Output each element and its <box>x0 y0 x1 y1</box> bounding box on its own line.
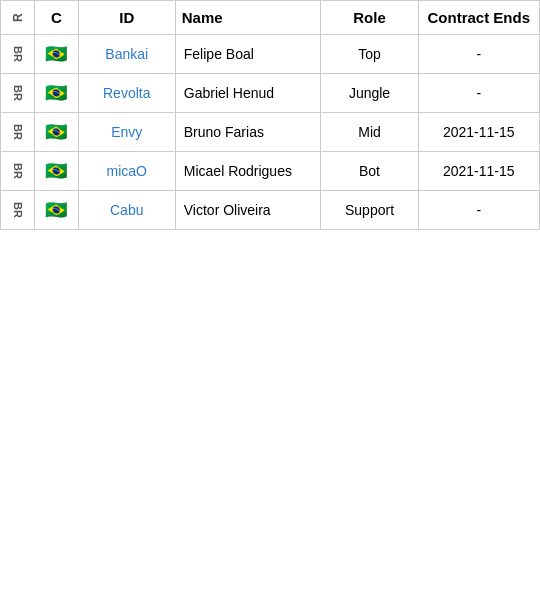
region-label: BR <box>11 85 23 101</box>
player-id-value[interactable]: Envy <box>111 124 142 140</box>
cell-name: Micael Rodrigues <box>175 152 321 191</box>
flag-icon: 🇧🇷 <box>45 161 67 181</box>
players-table: R C ID Name Role Contract Ends BR🇧🇷Banka… <box>0 0 540 230</box>
table-row: BR🇧🇷BankaiFelipe BoalTop- <box>1 35 540 74</box>
cell-country: 🇧🇷 <box>34 152 78 191</box>
table-row: BR🇧🇷micaOMicael RodriguesBot2021-11-15 <box>1 152 540 191</box>
cell-id: micaO <box>78 152 175 191</box>
header-region: R <box>1 1 35 35</box>
cell-name: Gabriel Henud <box>175 74 321 113</box>
cell-name: Felipe Boal <box>175 35 321 74</box>
flag-icon: 🇧🇷 <box>45 44 67 64</box>
cell-contract: - <box>418 74 539 113</box>
cell-name: Bruno Farias <box>175 113 321 152</box>
header-id: ID <box>78 1 175 35</box>
cell-role: Top <box>321 35 418 74</box>
cell-country: 🇧🇷 <box>34 74 78 113</box>
cell-region: BR <box>1 152 35 191</box>
cell-name: Victor Oliveira <box>175 191 321 230</box>
region-label: BR <box>11 46 23 62</box>
header-name: Name <box>175 1 321 35</box>
cell-country: 🇧🇷 <box>34 35 78 74</box>
cell-role: Mid <box>321 113 418 152</box>
cell-role: Jungle <box>321 74 418 113</box>
cell-role: Support <box>321 191 418 230</box>
cell-country: 🇧🇷 <box>34 191 78 230</box>
player-id-value[interactable]: micaO <box>107 163 147 179</box>
cell-contract: - <box>418 35 539 74</box>
cell-region: BR <box>1 74 35 113</box>
player-id-value[interactable]: Revolta <box>103 85 150 101</box>
header-country: C <box>34 1 78 35</box>
cell-region: BR <box>1 191 35 230</box>
player-id-value[interactable]: Cabu <box>110 202 143 218</box>
flag-icon: 🇧🇷 <box>45 83 67 103</box>
cell-contract: 2021-11-15 <box>418 152 539 191</box>
cell-region: BR <box>1 113 35 152</box>
region-label: BR <box>11 202 23 218</box>
cell-contract: 2021-11-15 <box>418 113 539 152</box>
cell-id: Cabu <box>78 191 175 230</box>
flag-icon: 🇧🇷 <box>45 122 67 142</box>
cell-region: BR <box>1 35 35 74</box>
cell-contract: - <box>418 191 539 230</box>
header-contract: Contract Ends <box>418 1 539 35</box>
player-id-value[interactable]: Bankai <box>105 46 148 62</box>
table-row: BR🇧🇷EnvyBruno FariasMid2021-11-15 <box>1 113 540 152</box>
table-row: BR🇧🇷RevoltaGabriel HenudJungle- <box>1 74 540 113</box>
region-label: BR <box>11 163 23 179</box>
cell-country: 🇧🇷 <box>34 113 78 152</box>
cell-id: Bankai <box>78 35 175 74</box>
cell-role: Bot <box>321 152 418 191</box>
flag-icon: 🇧🇷 <box>45 200 67 220</box>
region-label: BR <box>11 124 23 140</box>
cell-id: Envy <box>78 113 175 152</box>
table-row: BR🇧🇷CabuVictor OliveiraSupport- <box>1 191 540 230</box>
header-role: Role <box>321 1 418 35</box>
cell-id: Revolta <box>78 74 175 113</box>
